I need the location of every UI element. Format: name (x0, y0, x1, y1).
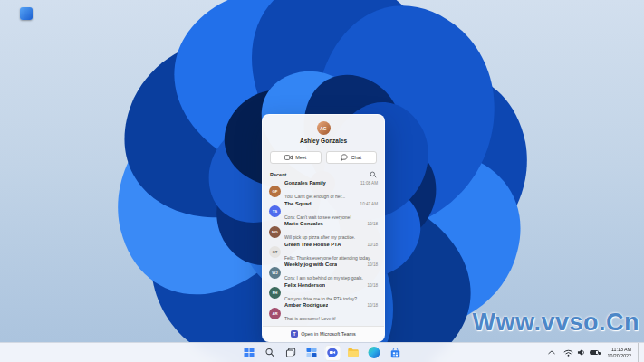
meet-button-label: Meet (295, 155, 306, 160)
conversation-avatar: FH (269, 287, 281, 299)
task-view-button[interactable] (283, 345, 299, 361)
conversation-time: 10/18 (368, 262, 379, 267)
conversation-avatar: WJ (269, 267, 281, 279)
conversation-preview: Cora: Can't wait to see everyone! (284, 214, 351, 220)
conversation-name: Gonzales Family (284, 180, 326, 186)
search-icon (265, 348, 275, 357)
conversation-preview: Cora: I am so behind on my step goals. (284, 275, 363, 281)
recent-header: Recent (263, 169, 384, 180)
conversation-preview: That is awesome! Love it! (284, 316, 336, 321)
user-avatar: AG (317, 121, 331, 135)
quick-settings-button[interactable] (562, 345, 601, 361)
conversation-name: The Squad (284, 201, 312, 206)
conversation-name: Amber Rodriguez (284, 302, 328, 308)
wifi-icon (563, 349, 573, 357)
conversation-avatar: GT (269, 246, 281, 258)
conversation-item[interactable]: TS The Squad 10:47 AM Cora: Can't wait t… (263, 202, 384, 223)
teams-logo-icon: T (291, 330, 298, 338)
taskbar-center-icons (241, 343, 403, 362)
conversation-item[interactable]: FH Felix Henderson 10/18 Can you drive m… (263, 283, 384, 304)
conversation-preview: Can you drive me to the PTA today? (284, 296, 357, 301)
desktop-shortcut-icon[interactable] (20, 7, 33, 20)
open-in-teams-link[interactable]: T Open in Microsoft Teams (263, 326, 384, 341)
show-desktop-button[interactable] (638, 343, 640, 362)
chat-taskbar-icon (327, 348, 339, 358)
conversation-name: Felix Henderson (284, 282, 325, 288)
widgets-icon (307, 348, 317, 357)
tray-chevron-button[interactable] (546, 345, 557, 361)
conversation-preview: You: Can't get enough of her... (284, 194, 345, 199)
conversation-time: 10/18 (368, 222, 379, 226)
camera-icon (284, 155, 293, 160)
tray-date: 10/20/2022 (607, 353, 631, 359)
conversation-time: 10/18 (368, 243, 379, 247)
conversation-time: 11:08 AM (360, 181, 378, 186)
meet-button[interactable]: Meet (270, 151, 322, 164)
conversation-avatar: GF (269, 186, 281, 197)
start-button[interactable] (241, 345, 257, 361)
conversation-list: GF Gonzales Family 11:08 AM You: Can't g… (263, 180, 384, 326)
search-button[interactable] (262, 345, 278, 361)
system-tray: 11:13 AM 10/20/2022 (546, 343, 640, 362)
flyout-header: AG Ashley Gonzales (263, 115, 384, 147)
conversation-name: Green Tree House PTA (284, 242, 341, 247)
desktop: AG Ashley Gonzales Meet Chat Recent (0, 0, 644, 362)
taskbar-clock[interactable]: 11:13 AM 10/20/2022 (605, 345, 633, 361)
conversation-time: 10/18 (368, 303, 379, 308)
conversation-avatar: AR (269, 308, 281, 319)
action-buttons: Meet Chat (263, 147, 384, 169)
conversation-item[interactable]: AR Amber Rodriguez 10/18 That is awesome… (263, 303, 384, 324)
edge-button[interactable] (366, 345, 382, 361)
store-button[interactable] (387, 345, 403, 361)
conversation-avatar: MG (269, 226, 281, 238)
conversation-item[interactable]: WJ Weekly jog with Cora 10/18 Cora: I am… (263, 262, 384, 283)
conversation-item[interactable]: MG Mario Gonzales 10/18 Will pick up piz… (263, 222, 384, 243)
battery-icon (590, 350, 599, 356)
search-icon[interactable] (370, 171, 377, 178)
conversation-time: 10:47 AM (360, 202, 378, 206)
conversation-name: Mario Gonzales (284, 221, 323, 226)
conversation-name: Weekly jog with Cora (284, 262, 337, 267)
chat-button-label: Chat (351, 155, 361, 160)
conversation-preview: Felix: Thanks everyone for attending tod… (284, 255, 370, 261)
open-in-teams-label: Open in Microsoft Teams (301, 331, 356, 337)
volume-icon (577, 348, 586, 357)
chevron-up-icon (548, 350, 555, 355)
conversation-avatar: TS (269, 205, 281, 217)
chat-button[interactable]: Chat (326, 151, 378, 164)
taskbar: 11:13 AM 10/20/2022 (0, 342, 644, 362)
edge-icon (369, 347, 380, 358)
user-name: Ashley Gonzales (263, 138, 384, 144)
teams-chat-flyout: AG Ashley Gonzales Meet Chat Recent (262, 114, 385, 342)
chat-button-taskbar[interactable] (324, 345, 341, 361)
task-view-icon (286, 348, 296, 357)
conversation-item[interactable]: GT Green Tree House PTA 10/18 Felix: Tha… (263, 243, 384, 263)
chat-bubble-icon (341, 154, 348, 161)
recent-label: Recent (270, 172, 286, 177)
conversation-item[interactable]: GF Gonzales Family 11:08 AM You: Can't g… (263, 181, 384, 202)
store-icon (389, 348, 400, 358)
conversation-time: 10/18 (368, 283, 379, 288)
widgets-button[interactable] (303, 345, 320, 361)
watermark: Www.vvso.Cn (472, 309, 639, 337)
windows-logo-icon (245, 348, 255, 357)
conversation-preview: Will pick up pizza after my practice. (284, 234, 355, 240)
file-explorer-button[interactable] (345, 345, 361, 361)
file-explorer-icon (348, 348, 360, 357)
